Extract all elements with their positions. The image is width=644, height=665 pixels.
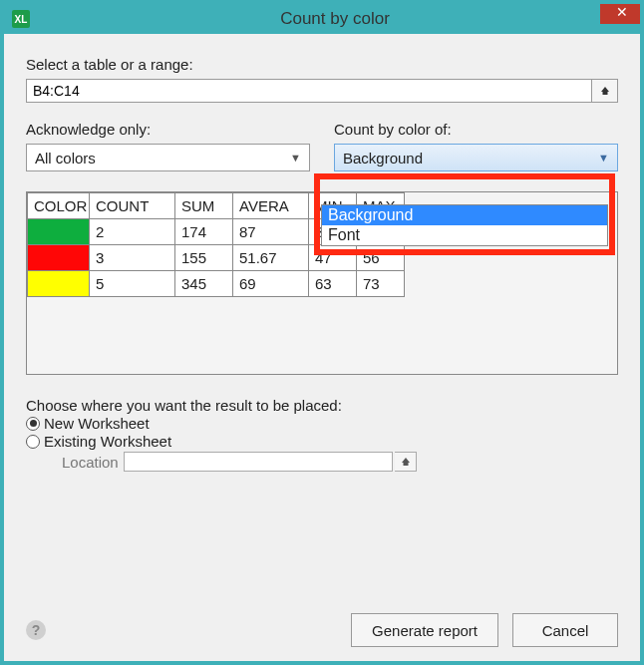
count-cell[interactable]: 5 <box>90 271 175 297</box>
radio-icon <box>26 435 40 449</box>
acknowledge-col: Acknowledge only: All colors ▼ <box>26 121 310 171</box>
dropdown-option[interactable]: Font <box>322 225 607 245</box>
location-input[interactable] <box>124 452 393 472</box>
radio-existing-worksheet[interactable]: Existing Worksheet <box>26 433 618 450</box>
location-label: Location <box>62 454 122 471</box>
min-cell[interactable]: 63 <box>309 271 357 297</box>
avg-cell[interactable]: 51.67 <box>233 245 309 271</box>
table-header-cell[interactable]: SUM <box>175 193 233 219</box>
cancel-button[interactable]: Cancel <box>512 613 618 647</box>
count-cell[interactable]: 3 <box>90 245 175 271</box>
titlebar: XL Count by color ✕ <box>4 4 640 34</box>
acknowledge-dropdown[interactable]: All colors ▼ <box>26 144 310 171</box>
window-title: Count by color <box>30 9 640 29</box>
max-cell[interactable]: 73 <box>357 271 405 297</box>
location-row: Location <box>62 452 618 472</box>
count-cell[interactable]: 2 <box>90 219 175 245</box>
radio-new-label: New Worksheet <box>44 415 150 432</box>
count-by-dropdown-list: BackgroundFont <box>321 204 608 246</box>
sum-cell[interactable]: 155 <box>175 245 233 271</box>
placement-label: Choose where you want the result to be p… <box>26 397 342 414</box>
count-by-col: Count by color of: Background ▼ <box>334 121 618 171</box>
radio-existing-label: Existing Worksheet <box>44 433 171 450</box>
dropdown-option[interactable]: Background <box>322 205 607 225</box>
acknowledge-value: All colors <box>35 150 96 166</box>
min-cell[interactable]: 47 <box>309 245 357 271</box>
chevron-down-icon: ▼ <box>290 152 301 164</box>
range-input[interactable] <box>26 79 592 103</box>
sum-cell[interactable]: 174 <box>175 219 233 245</box>
location-pick-button[interactable] <box>395 452 417 472</box>
acknowledge-label: Acknowledge only: <box>26 121 310 138</box>
footer: ? Generate report Cancel <box>4 613 640 647</box>
color-swatch-cell[interactable] <box>28 219 90 245</box>
table-row: 5345696373 <box>28 271 405 297</box>
select-range-button[interactable] <box>592 79 618 103</box>
chevron-down-icon: ▼ <box>598 152 609 164</box>
radio-icon <box>26 417 40 431</box>
avg-cell[interactable]: 87 <box>233 219 309 245</box>
generate-report-button[interactable]: Generate report <box>351 613 498 647</box>
table-header-cell[interactable]: COLOR <box>28 193 90 219</box>
count-by-value: Background <box>343 150 423 166</box>
table-header-cell[interactable]: COUNT <box>90 193 175 219</box>
table-row: 315551.674756 <box>28 245 405 271</box>
avg-cell[interactable]: 69 <box>233 271 309 297</box>
count-by-dropdown[interactable]: Background ▼ <box>334 144 618 171</box>
help-icon: ? <box>32 622 41 638</box>
close-button[interactable]: ✕ <box>600 0 644 24</box>
radio-new-worksheet[interactable]: New Worksheet <box>26 415 618 432</box>
collapse-icon <box>600 86 610 96</box>
max-cell[interactable]: 56 <box>357 245 405 271</box>
close-icon: ✕ <box>616 4 628 20</box>
color-swatch-cell[interactable] <box>28 245 90 271</box>
placement-section: Choose where you want the result to be p… <box>26 397 618 472</box>
app-icon: XL <box>12 10 30 28</box>
sum-cell[interactable]: 345 <box>175 271 233 297</box>
color-swatch-cell[interactable] <box>28 271 90 297</box>
collapse-icon <box>401 457 411 467</box>
table-header-cell[interactable]: AVERA <box>233 193 309 219</box>
select-range-label: Select a table or a range: <box>26 56 618 73</box>
dialog-window: XL Count by color ✕ Select a table or a … <box>0 0 644 665</box>
count-by-label: Count by color of: <box>334 121 618 138</box>
help-button[interactable]: ? <box>26 620 46 640</box>
dialog-body: Select a table or a range: Acknowledge o… <box>4 34 640 482</box>
range-row <box>26 79 618 103</box>
options-row: Acknowledge only: All colors ▼ Count by … <box>26 121 618 171</box>
